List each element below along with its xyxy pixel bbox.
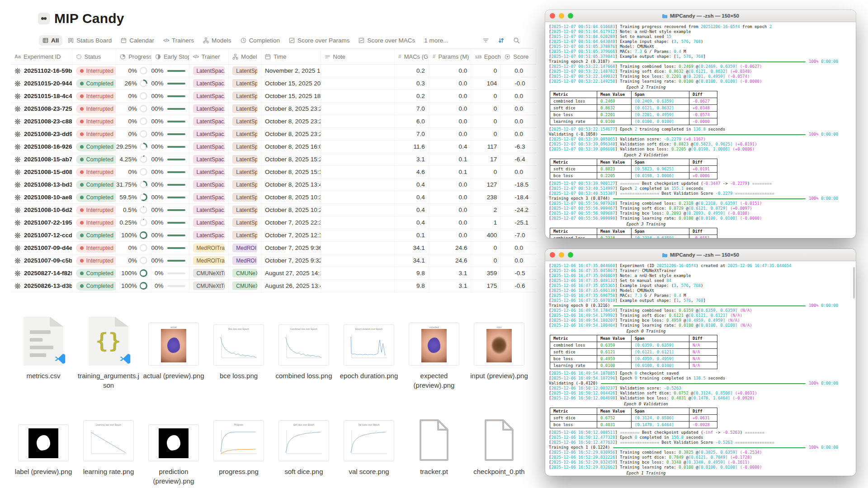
experiment-id-cell[interactable]: 20251008-16-9260 [11, 141, 72, 153]
page-title[interactable]: MIP Candy [54, 11, 124, 26]
experiment-id-cell[interactable]: 20251008-15-d08b [11, 166, 72, 178]
status-badge: Interrupted [76, 218, 117, 227]
table-row[interactable]: 20250827-14-f82fCompleted100%0%CMUNeXtTr… [11, 267, 536, 280]
file-item-epoch-duration-png[interactable]: Epoch duration over Epochepoch duration.… [336, 306, 401, 390]
experiment-id-cell[interactable]: 20251007-09-c5b6 [11, 254, 72, 267]
file-item-checkpoint-0-pth[interactable]: checkpoint_0.pth [467, 402, 532, 486]
table-row[interactable]: 20251008-23-dd95Interrupted0%100%LatentS… [11, 128, 536, 141]
zoom-button[interactable] [568, 13, 573, 19]
experiment-id-cell[interactable]: 20250826-13-d3ba [11, 280, 72, 292]
minimize-button[interactable] [559, 13, 564, 19]
terminal-1-titlebar[interactable]: MIPCandy — -zsh — 150×50 [545, 10, 856, 22]
progress-ring-icon [140, 282, 147, 290]
time-value: August 26, 2025 13:46 → 14:3 [265, 282, 321, 289]
file-item-training-arguments-json[interactable]: {}training_arguments.json [76, 306, 141, 390]
experiment-id-cell[interactable]: 20251007-12-ccd3 [11, 229, 72, 241]
experiment-id-cell[interactable]: 20251008-10-6d21 [11, 204, 72, 216]
terminal-2-output[interactable]: [2025-12-06 16:47:35.044660] Experiment … [545, 261, 856, 476]
tab-score-over-macs[interactable]: Score over MACs [355, 35, 419, 46]
table-row[interactable]: 20251008-23-c88eInterrupted0%100%LatentS… [11, 115, 536, 128]
column-header-score[interactable]: Score [501, 49, 536, 64]
tab-trainers[interactable]: </>Trainers [160, 35, 198, 46]
file-item-prediction-preview-png[interactable]: prediction (preview).png [141, 402, 206, 486]
note-cell [321, 242, 395, 254]
file-item-metrics-csv[interactable]: metrics.csv [11, 306, 76, 390]
experiment-id-cell[interactable]: 20251008-15-ab79 [11, 153, 72, 165]
model-cell: LatentSp... [229, 216, 261, 229]
tab-calendar[interactable]: Calendar [117, 35, 158, 46]
table-row[interactable]: 20251008-10-6d21Interrupted0.5%100%Laten… [11, 204, 536, 216]
column-header-early[interactable]: Early Stop [151, 49, 189, 64]
experiment-id-cell[interactable]: 20250827-14-f82f [11, 267, 72, 279]
terminal-1-output[interactable]: [2025-12-07 00:51:04.616683] Training pr… [545, 22, 856, 238]
table-row[interactable]: 20251015-18-4c41Interrupted0%100%LatentS… [11, 90, 536, 103]
column-header-trainer[interactable]: </>Trainer [189, 49, 229, 64]
experiment-id-cell[interactable]: 20251102-16-59b9 [11, 65, 72, 77]
experiment-id-cell[interactable]: 20251015-18-4c41 [11, 90, 72, 102]
experiment-id-cell[interactable]: 20251015-20-9440 [11, 77, 72, 89]
file-item-combined-loss-png[interactable]: Combined loss over Epochcombined loss.pn… [271, 306, 336, 390]
file-item-expected-preview-png[interactable]: expectedexpected (preview).png [401, 306, 467, 390]
table-row[interactable]: 20251007-22-195fInterrupted0.25%100%Late… [11, 216, 536, 229]
table-row[interactable]: 20251008-13-bd33Completed31.75%100%Laten… [11, 178, 536, 191]
file-item-input-preview-png[interactable]: inputinput (preview).png [467, 306, 532, 390]
experiment-id-cell[interactable]: 20251007-22-195f [11, 216, 72, 229]
tab-all[interactable]: All [39, 35, 62, 46]
column-header-model[interactable]: Model [229, 49, 261, 64]
table-row[interactable]: 20251008-10-ae80Completed59.5%100%Latent… [11, 191, 536, 204]
column-header-time[interactable]: Time [261, 49, 321, 64]
file-item-actual-preview-png[interactable]: actualactual (preview).png [141, 306, 206, 390]
column-header-id[interactable]: AaExperiment ID [11, 49, 72, 64]
table-row[interactable]: 20251007-09-c5b6Interrupted0%100%MedROIT… [11, 254, 536, 267]
terminal-2-titlebar[interactable]: MIPCandy — -zsh — 150×50 [545, 249, 856, 261]
column-header-params[interactable]: #Params (M) [429, 49, 472, 64]
experiment-id-cell[interactable]: 20251008-23-dd95 [11, 128, 72, 140]
tab-score-over-params[interactable]: Score over Params [285, 35, 354, 46]
close-button[interactable] [550, 13, 555, 19]
column-header-note[interactable]: Note [321, 49, 395, 64]
tab-models[interactable]: Models [199, 35, 235, 46]
macs-value: 4.6 [416, 169, 425, 175]
table-row[interactable]: 20251007-12-ccd3Completed100%100%LatentS… [11, 229, 536, 242]
table-row[interactable]: 20251008-23-725bInterrupted0%100%LatentS… [11, 103, 536, 115]
time-cell: October 8, 2025 10:33 [261, 191, 321, 203]
sort-icon[interactable] [496, 36, 505, 45]
table-row[interactable]: 20251008-15-ab79Completed4.25%100%Latent… [11, 153, 536, 166]
terminal-scrollbar[interactable] [853, 267, 855, 299]
file-item-val-score-png[interactable]: Val score over Epochval score.png [336, 402, 401, 486]
zoom-button[interactable] [568, 252, 573, 258]
tab-status-board[interactable]: Status Board [64, 35, 115, 46]
time-cell: October 15, 2025 18:27 [261, 90, 321, 102]
column-header-status[interactable]: Status [72, 49, 117, 64]
progress-value: 0.5% [123, 206, 137, 213]
column-header-macs[interactable]: #MACs (G) [395, 49, 429, 64]
minimize-button[interactable] [559, 252, 564, 258]
table-row[interactable]: 20251008-15-d08bInterrupted0%100%LatentS… [11, 166, 536, 178]
status-dot-icon [80, 196, 84, 199]
table-row[interactable]: 20251007-09-d4e6Interrupted0%100%MedROIT… [11, 242, 536, 254]
search-icon[interactable] [512, 36, 521, 45]
experiment-id-cell[interactable]: 20251008-10-ae80 [11, 191, 72, 203]
experiment-id-cell[interactable]: 20251008-23-725b [11, 103, 72, 115]
column-header-progress[interactable]: Progress [116, 49, 151, 64]
close-button[interactable] [550, 252, 555, 258]
file-item-learning-rate-png[interactable]: Learning rate over Epochlearning rate.pn… [76, 402, 141, 486]
file-item-progress-png[interactable]: Progressprogress.png [206, 402, 271, 486]
table-row[interactable]: 20251102-16-59b9Interrupted0%100%LatentS… [11, 65, 536, 77]
table-row[interactable]: 20251015-20-9440Completed26%100%LatentSp… [11, 77, 536, 90]
filter-icon[interactable] [481, 36, 490, 45]
experiment-id-cell[interactable]: 20251007-09-d4e6 [11, 242, 72, 254]
tab-completion[interactable]: Completion [237, 35, 283, 46]
table-row[interactable]: 20250826-13-d3baCompleted100%0%CMUNeXtTr… [11, 280, 536, 292]
experiment-id-cell[interactable]: 20251008-13-bd33 [11, 178, 72, 191]
column-header-epoch[interactable]: 123Epoch [471, 49, 501, 64]
macs-cell: 7.0 [395, 128, 429, 140]
experiment-id-cell[interactable]: 20251008-23-c88e [11, 115, 72, 127]
file-item-soft-dice-png[interactable]: Soft dice over Epochsoft dice.png [271, 402, 336, 486]
progress-ring-icon [140, 193, 147, 201]
table-row[interactable]: 20251008-16-9260Completed29.25%100%Laten… [11, 141, 536, 153]
file-item-bce-loss-png[interactable]: Bce loss over Epochbce loss.png [206, 306, 271, 390]
tab-1-more-[interactable]: 1 more... [420, 35, 452, 46]
file-item-tracker-pt[interactable]: tracker.pt [401, 402, 467, 486]
file-item-label-preview-png[interactable]: label (preview).png [11, 402, 76, 486]
